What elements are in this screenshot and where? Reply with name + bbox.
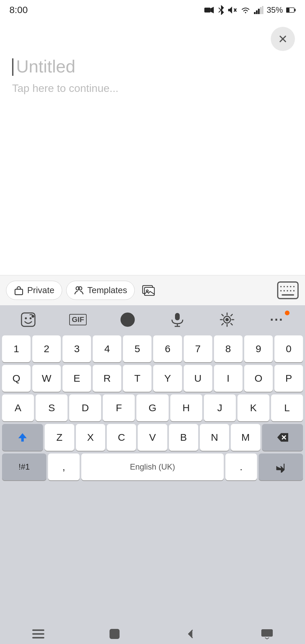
- key-j[interactable]: J: [204, 394, 236, 421]
- gif-label: GIF: [69, 314, 87, 325]
- key-0[interactable]: 0: [274, 335, 303, 362]
- key-period[interactable]: .: [225, 453, 257, 480]
- key-h[interactable]: H: [170, 394, 202, 421]
- svg-rect-42: [175, 313, 180, 320]
- bottom-keyboard-row: !#1 , English (UK) .: [0, 452, 305, 482]
- templates-button[interactable]: Templates: [66, 281, 135, 300]
- key-1[interactable]: 1: [2, 335, 31, 362]
- svg-rect-14: [287, 8, 289, 12]
- close-button[interactable]: [271, 27, 295, 51]
- key-6[interactable]: 6: [153, 335, 182, 362]
- key-k[interactable]: K: [237, 394, 269, 421]
- key-7[interactable]: 7: [184, 335, 212, 362]
- key-y[interactable]: Y: [153, 365, 182, 392]
- settings-button[interactable]: [210, 308, 244, 331]
- key-t[interactable]: T: [123, 365, 151, 392]
- nav-bar: [0, 624, 305, 644]
- key-e[interactable]: E: [62, 365, 91, 392]
- gallery-button[interactable]: [139, 280, 159, 301]
- svg-marker-1: [211, 7, 214, 13]
- nav-menu-button[interactable]: [32, 628, 44, 640]
- more-button[interactable]: ···: [260, 308, 294, 331]
- svg-rect-8: [256, 10, 258, 14]
- key-4[interactable]: 4: [93, 335, 121, 362]
- key-l[interactable]: L: [271, 394, 303, 421]
- key-i[interactable]: I: [214, 365, 243, 392]
- key-comma[interactable]: ,: [48, 453, 80, 480]
- private-label: Private: [27, 285, 54, 296]
- svg-rect-0: [204, 8, 210, 13]
- status-bar: 8:00: [0, 0, 305, 20]
- mute-icon: [228, 5, 237, 15]
- key-d[interactable]: D: [69, 394, 101, 421]
- microphone-button[interactable]: [161, 308, 194, 331]
- key-m[interactable]: M: [231, 424, 260, 451]
- svg-point-41: [129, 318, 131, 319]
- key-p[interactable]: P: [274, 365, 303, 392]
- key-9[interactable]: 9: [244, 335, 273, 362]
- notification-dot: [285, 311, 290, 315]
- svg-rect-7: [254, 12, 256, 14]
- key-s[interactable]: S: [36, 394, 68, 421]
- number-row: 1 2 3 4 5 6 7 8 9 0: [0, 334, 305, 364]
- qwerty-row: Q W E R T Y U I O P: [0, 364, 305, 393]
- battery-label: 35%: [267, 5, 283, 15]
- backspace-button[interactable]: [262, 424, 303, 451]
- video-icon: [204, 6, 214, 14]
- key-f[interactable]: F: [103, 394, 135, 421]
- sticker-button[interactable]: [11, 308, 45, 331]
- editor-title-placeholder[interactable]: Untitled: [16, 57, 75, 76]
- svg-rect-13: [295, 9, 296, 11]
- keyboard-toggle-button[interactable]: [277, 280, 299, 301]
- svg-marker-4: [228, 7, 232, 14]
- bluetooth-icon: [218, 5, 224, 15]
- svg-rect-51: [32, 633, 44, 635]
- key-x[interactable]: X: [76, 424, 105, 451]
- key-r[interactable]: R: [93, 365, 121, 392]
- nav-home-button[interactable]: [108, 628, 121, 640]
- svg-rect-50: [32, 630, 44, 631]
- gif-button[interactable]: GIF: [61, 308, 95, 331]
- key-u[interactable]: U: [184, 365, 212, 392]
- editor-body-placeholder[interactable]: Tap here to continue...: [12, 82, 293, 95]
- key-c[interactable]: C: [107, 424, 136, 451]
- key-o[interactable]: O: [244, 365, 273, 392]
- key-8[interactable]: 8: [214, 335, 243, 362]
- key-z[interactable]: Z: [45, 424, 74, 451]
- enter-button[interactable]: [259, 453, 303, 480]
- key-a[interactable]: A: [2, 394, 34, 421]
- symbols-button[interactable]: !#1: [2, 453, 46, 480]
- nav-keyboard-button[interactable]: [261, 628, 273, 640]
- key-5[interactable]: 5: [123, 335, 151, 362]
- status-time: 8:00: [9, 5, 28, 15]
- key-3[interactable]: 3: [62, 335, 91, 362]
- editor-area[interactable]: Untitled Tap here to continue...: [0, 20, 305, 275]
- svg-point-38: [32, 315, 34, 318]
- key-b[interactable]: B: [169, 424, 198, 451]
- keyboard-area: GIF: [0, 305, 305, 624]
- shift-button[interactable]: [2, 424, 43, 451]
- key-v[interactable]: V: [138, 424, 167, 451]
- svg-point-45: [225, 318, 229, 321]
- svg-line-2: [219, 8, 221, 10]
- svg-rect-54: [262, 630, 272, 636]
- private-button[interactable]: Private: [6, 281, 62, 300]
- svg-rect-10: [260, 7, 262, 14]
- space-button[interactable]: English (UK): [81, 453, 224, 480]
- key-n[interactable]: N: [200, 424, 229, 451]
- title-cursor: [12, 58, 13, 76]
- emoji-button[interactable]: [111, 308, 144, 331]
- key-q[interactable]: Q: [2, 365, 31, 392]
- wifi-icon: [241, 6, 251, 14]
- zxcv-row: Z X C V B N M: [0, 423, 305, 452]
- key-2[interactable]: 2: [32, 335, 61, 362]
- nav-back-button[interactable]: [185, 628, 197, 640]
- toolbar-strip: Private Templates: [0, 275, 305, 305]
- svg-rect-52: [32, 637, 44, 639]
- keyboard-special-row: GIF: [0, 305, 305, 334]
- svg-point-37: [30, 317, 32, 319]
- svg-rect-17: [15, 289, 23, 294]
- svg-rect-21: [145, 287, 155, 295]
- key-w[interactable]: W: [32, 365, 61, 392]
- key-g[interactable]: G: [136, 394, 168, 421]
